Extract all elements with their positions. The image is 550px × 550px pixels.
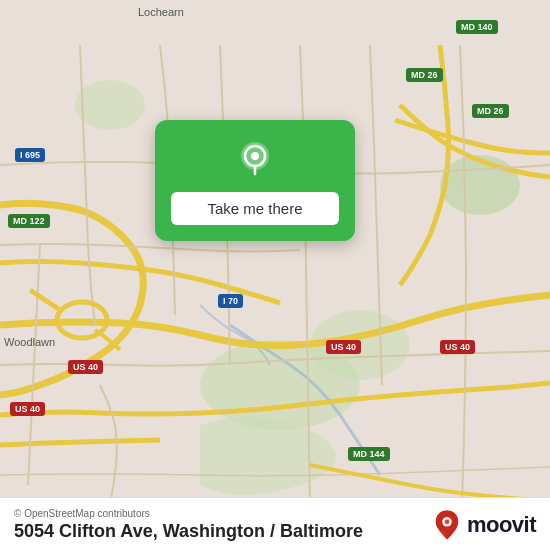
take-me-there-button[interactable]: Take me there: [171, 192, 339, 225]
svg-point-8: [251, 152, 259, 160]
svg-point-10: [444, 519, 449, 524]
map-pin-icon: [233, 138, 277, 182]
svg-point-4: [75, 80, 145, 130]
road-badge-md140: MD 140: [456, 20, 498, 34]
moovit-pin-icon: [431, 509, 463, 541]
road-badge-md26-b: MD 26: [472, 104, 509, 118]
road-badge-us40-d: US 40: [440, 340, 475, 354]
road-badge-md122-a: MD 122: [8, 214, 50, 228]
map-svg: [0, 0, 550, 550]
road-badge-us40-a: US 40: [68, 360, 103, 374]
address-text: 5054 Clifton Ave, Washington / Baltimore: [14, 521, 363, 542]
road-badge-i70: I 70: [218, 294, 243, 308]
moovit-text: moovit: [467, 512, 536, 538]
attribution-text: © OpenStreetMap contributors: [14, 508, 363, 519]
road-badge-us40-b: US 40: [10, 402, 45, 416]
bottom-left: © OpenStreetMap contributors 5054 Clifto…: [14, 508, 363, 542]
road-badge-i695: I 695: [15, 148, 45, 162]
road-badge-md26-a: MD 26: [406, 68, 443, 82]
map-background: I 695 I 70 MD 140 MD 26 MD 26 MD 122 US …: [0, 0, 550, 550]
moovit-logo: moovit: [431, 509, 536, 541]
road-badge-md144: MD 144: [348, 447, 390, 461]
location-card: Take me there: [155, 120, 355, 241]
svg-point-3: [440, 155, 520, 215]
label-woodlawn: Woodlawn: [4, 336, 55, 348]
road-badge-us40-c: US 40: [326, 340, 361, 354]
bottom-bar: © OpenStreetMap contributors 5054 Clifto…: [0, 497, 550, 550]
label-lochearn: Lochearn: [138, 6, 184, 18]
map-container: I 695 I 70 MD 140 MD 26 MD 26 MD 122 US …: [0, 0, 550, 550]
